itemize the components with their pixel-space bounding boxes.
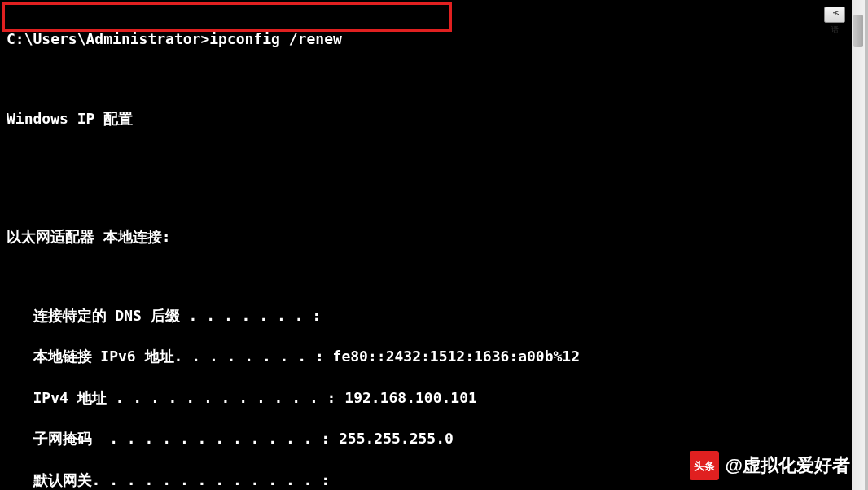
terminal-output[interactable]: C:\Users\Administrator>ipconfig /renew W… [0,0,865,490]
watermark-text: @虚拟化爱好者 [726,453,850,478]
ipv6-label: 本地链接 IPv6 地址. . . . . . . . : [7,348,333,365]
subnet-label: 子网掩码 . . . . . . . . . . . . : [7,430,339,447]
command-text: ipconfig /renew [209,30,342,47]
adapter1-ipv6: 本地链接 IPv6 地址. . . . . . . . : fe80::2432… [7,346,858,366]
adapter1-ipv4: IPv4 地址 . . . . . . . . . . . . : 192.16… [7,387,858,408]
ime-button[interactable]: ¥ 语 [824,7,845,23]
blank [7,149,858,167]
scrollbar-thumb[interactable] [853,15,863,47]
subnet-value: 255.255.255.0 [339,430,454,447]
blank [7,70,858,88]
watermark-logo-icon: 头条 [690,451,719,480]
gateway-label: 默认网关. . . . . . . . . . . . . : [7,471,330,488]
ip-config-header: Windows IP 配置 [7,108,858,129]
ipv4-value: 192.168.100.101 [344,389,477,406]
adapter1-subnet: 子网掩码 . . . . . . . . . . . . : 255.255.2… [7,428,858,448]
dns-label: 连接特定的 DNS 后缀 . . . . . . . : [7,307,321,324]
ipv4-label: IPv4 地址 . . . . . . . . . . . . : [7,389,344,406]
adapter1-title: 以太网适配器 本地连接: [7,226,858,247]
adapter1-dns: 连接特定的 DNS 后缀 . . . . . . . : [7,305,858,326]
command-line: C:\Users\Administrator>ipconfig /renew [7,28,858,49]
watermark: 头条 @虚拟化爱好者 [690,451,850,480]
prompt: C:\Users\Administrator> [7,30,209,47]
blank [7,267,858,285]
blank [7,187,858,205]
ipv6-value: fe80::2432:1512:1636:a00b%12 [333,348,580,365]
scrollbar-track[interactable] [852,0,865,490]
